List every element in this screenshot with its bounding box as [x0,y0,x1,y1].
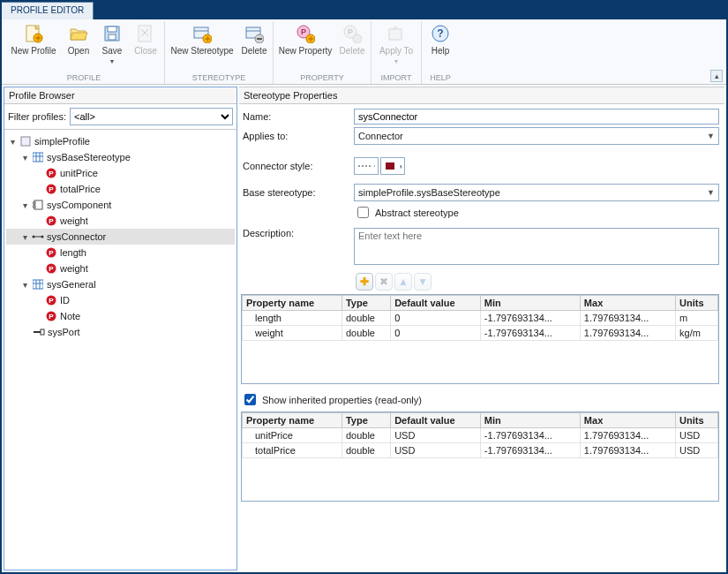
column-header[interactable]: Default value [391,413,481,428]
ribbon-group-property: P✚ New Property P Delete PROPERTY [274,21,372,84]
property-delete-icon: P [341,23,363,44]
svg-point-23 [353,34,362,43]
table-row[interactable]: unitPricedoubleUSD-1.797693134...1.79769… [243,428,718,443]
tree-node-stereotype[interactable]: ▾ sysGeneral [6,276,235,292]
stereotype-table-icon [32,278,44,291]
column-header[interactable]: Property name [243,296,342,311]
new-property-button[interactable]: P✚ New Property [277,21,334,72]
tree-node-property[interactable]: P Note [6,308,235,324]
arrow-up-icon: ▲ [398,276,409,288]
filter-profiles-select[interactable]: <all> [70,108,233,125]
column-header[interactable]: Max [580,413,675,428]
show-inherited-checkbox[interactable]: Show inherited properties (read-only) [241,391,723,408]
svg-text:P: P [49,185,54,193]
filter-label: Filter profiles: [8,111,66,122]
chevron-down-icon: ▼ [707,132,715,140]
move-up-button[interactable]: ▲ [394,273,412,291]
titlebar: PROFILE EDITOR [2,2,726,19]
svg-text:P: P [301,27,306,36]
help-button[interactable]: ? Help [425,21,455,72]
tab-profile-editor[interactable]: PROFILE EDITOR [2,2,94,19]
property-icon: P [45,294,57,306]
svg-text:?: ? [437,27,443,40]
svg-rect-4 [108,26,116,32]
tree-node-property[interactable]: P weight [6,213,235,229]
inherited-properties-table[interactable]: Property nameTypeDefault valueMinMaxUnit… [241,412,719,502]
ribbon-group-help: ? Help HELP [422,21,459,84]
svg-text:P: P [348,27,353,36]
column-header[interactable]: Max [580,296,675,311]
column-header[interactable]: Default value [391,296,481,311]
line-style-select[interactable]: ▾ [354,157,379,175]
tree-node-property[interactable]: P totalPrice [6,181,235,197]
svg-rect-38 [33,206,35,208]
arrow-down-icon: ▼ [417,276,428,288]
stereotype-table-icon [32,151,44,163]
svg-rect-6 [139,26,151,42]
base-stereotype-label: Base stereotype: [241,187,354,198]
svg-text:P: P [49,170,54,177]
profile-icon [19,135,32,147]
own-properties-table[interactable]: Property nameTypeDefault valueMinMaxUnit… [241,294,719,384]
name-label: Name: [241,111,354,122]
column-header[interactable]: Property name [243,413,342,428]
connector-style-label: Connector style: [241,161,354,171]
name-input[interactable] [354,109,719,125]
new-stereotype-button[interactable]: ✚ New Stereotype [169,21,236,72]
svg-text:P: P [49,297,54,305]
stereotype-properties-panel: Stereotype Properties Name: Applies to: … [239,87,724,570]
close-button[interactable]: Close [131,21,161,72]
svg-point-43 [41,236,44,238]
delete-row-button[interactable]: ✖ [375,273,393,291]
save-button[interactable]: Save▼ [97,21,127,72]
add-row-button[interactable]: ✚ [356,273,373,291]
open-button[interactable]: Open [64,21,94,72]
tree-node-stereotype[interactable]: ▾ sysComponent [6,197,235,213]
description-textarea[interactable] [354,228,719,265]
tree-node-stereotype[interactable]: sysPort [6,324,235,340]
column-header[interactable]: Min [480,296,580,311]
tree-node-property[interactable]: P length [6,245,235,261]
move-down-button[interactable]: ▼ [414,273,432,291]
tree-node-property[interactable]: P weight [6,261,235,276]
applies-to-select[interactable]: Connector ▼ [354,127,719,145]
chevron-down-icon: ▼ [707,188,715,197]
svg-text:✚: ✚ [205,35,211,43]
property-icon: P [45,183,57,195]
table-row[interactable]: totalPricedoubleUSD-1.797693134...1.7976… [243,443,718,458]
profile-browser-title: Profile Browser [4,87,236,104]
tree-node-property[interactable]: P ID [6,292,235,308]
tree-node-property[interactable]: P unitPrice [6,165,235,181]
delete-x-icon: ✖ [379,276,388,288]
plus-icon: ✚ [360,276,369,288]
svg-text:P: P [49,313,54,321]
column-header[interactable]: Type [341,296,390,311]
delete-stereotype-button[interactable]: Delete [239,21,269,72]
property-icon: P [45,246,57,259]
column-header[interactable]: Units [676,296,718,311]
component-icon [32,199,44,211]
base-stereotype-select[interactable]: simpleProfile.sysBaseStereotype ▼ [354,184,719,201]
column-header[interactable]: Min [480,413,580,428]
stereotype-properties-title: Stereotype Properties [239,87,724,104]
profile-tree[interactable]: ▾ simpleProfile ▾ sysBaseStereotype P un… [4,130,236,570]
delete-property-button[interactable]: P Delete [337,21,367,72]
ribbon-group-stereotype: ✚ New Stereotype Delete STEREOTYPE [165,21,274,84]
column-header[interactable]: Units [676,413,718,428]
abstract-stereotype-checkbox[interactable]: Abstract stereotype [354,204,719,221]
svg-rect-28 [33,153,43,162]
tree-node-stereotype[interactable]: ▾ sysBaseStereotype [6,149,235,165]
svg-rect-27 [21,137,30,146]
line-color-select[interactable]: ▾ [380,157,405,175]
svg-text:▾: ▾ [374,163,375,170]
apply-to-button[interactable]: Apply To▼ [375,21,417,72]
new-profile-button[interactable]: ✚ New Profile [7,21,60,72]
description-label: Description: [241,228,354,238]
stereotype-delete-icon [244,23,265,44]
tree-node-stereotype-selected[interactable]: ▾ sysConnector [6,229,235,245]
ribbon-expand-icon[interactable]: ▴ [710,70,723,82]
table-row[interactable]: weightdouble0-1.797693134...1.797693134.… [243,326,718,341]
column-header[interactable]: Type [341,413,390,428]
table-row[interactable]: lengthdouble0-1.797693134...1.797693134.… [243,311,718,326]
tree-node-profile[interactable]: ▾ simpleProfile [6,133,235,149]
